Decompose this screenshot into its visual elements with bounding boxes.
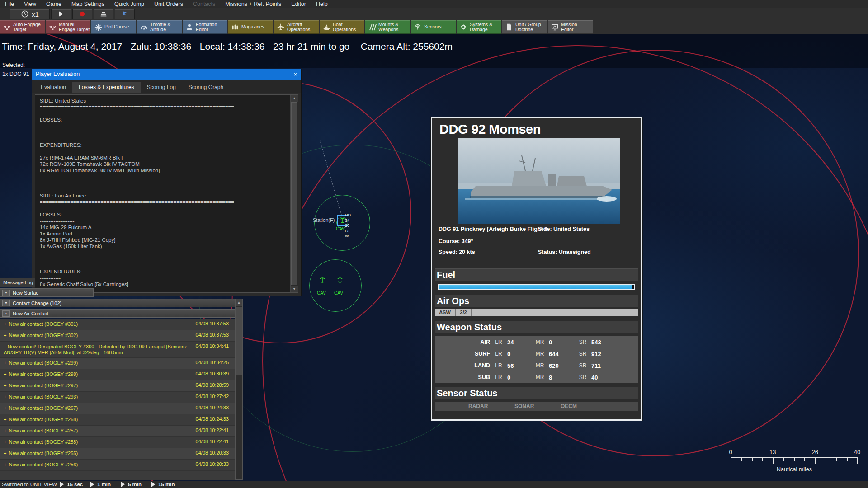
- expand-icon[interactable]: ▼: [2, 300, 10, 306]
- map-unit[interactable]: [319, 277, 326, 286]
- toolbar-systems-damage[interactable]: Systems &Damage: [457, 20, 501, 34]
- log-entry[interactable]: +New air contact (BOGEY #297)04/08 10:28…: [0, 380, 235, 392]
- entry-toggle-icon[interactable]: +: [4, 450, 6, 456]
- toolbar-throttle-altitude[interactable]: Throttle &Altitude: [137, 20, 182, 34]
- sr-value: 40: [591, 374, 617, 381]
- clock-button[interactable]: x1: [10, 9, 50, 19]
- toolbar-magazines[interactable]: Magazines: [228, 20, 273, 34]
- scrollbar-thumb[interactable]: [291, 102, 297, 285]
- log-entry-text: New air contact (BOGEY #301): [9, 321, 78, 327]
- col-label: MR: [531, 339, 549, 345]
- log-entry[interactable]: +New air contact (BOGEY #267)04/08 10:24…: [0, 403, 235, 414]
- menu-missions-ref-points[interactable]: Missions + Ref. Points: [220, 0, 286, 8]
- time-step-5-min[interactable]: 5 min: [121, 482, 142, 487]
- window-title[interactable]: Player Evaluation: [32, 69, 301, 80]
- toolbar-formation-editor[interactable]: FormationEditor: [183, 20, 227, 34]
- sensor-oecm[interactable]: OECM: [561, 403, 577, 409]
- unit-name-class: DDG 91 Pinckney [Arleigh Burke Flight II: [439, 226, 547, 232]
- unit-status: Status: Unassigned: [538, 249, 591, 255]
- sensor-status-section-header: Sensor Status: [435, 387, 638, 399]
- menu-map-settings[interactable]: Map Settings: [66, 0, 109, 8]
- entry-toggle-icon[interactable]: +: [4, 439, 6, 445]
- time-compression-value: x1: [32, 10, 39, 18]
- col-label: SR: [574, 362, 591, 369]
- toolbar-plot-course[interactable]: Plot Course: [91, 20, 136, 34]
- entry-toggle-icon[interactable]: +: [4, 360, 6, 366]
- log-entry[interactable]: +New air contact (BOGEY #256)04/08 10:20…: [0, 460, 235, 471]
- entry-toggle-icon[interactable]: +: [4, 428, 6, 433]
- log-entry-text: New air contact (BOGEY #257): [9, 428, 78, 433]
- scrollbar[interactable]: ▲ ▼: [290, 95, 298, 292]
- tab-losses-expenditures[interactable]: Losses & Expenditures: [72, 82, 141, 93]
- sensor-radar[interactable]: RADAR: [468, 403, 488, 409]
- entry-toggle-icon[interactable]: +: [4, 462, 6, 467]
- weapon-category: AIR: [435, 339, 490, 345]
- menu-game[interactable]: Game: [41, 0, 66, 8]
- toolbar-button-label: MissionEditor: [561, 22, 577, 33]
- toolbar-manual-engage-target[interactable]: ManualEngage Target: [46, 20, 90, 34]
- flag-button[interactable]: [115, 9, 135, 19]
- toolbar-mission-editor[interactable]: MissionEditor: [548, 20, 593, 34]
- tab-scoring-graph[interactable]: Scoring Graph: [182, 82, 230, 93]
- log-entry[interactable]: +New air contact (BOGEY #268)04/08 10:24…: [0, 414, 235, 426]
- entry-toggle-icon[interactable]: +: [4, 371, 6, 377]
- unit-label: CAV: [334, 291, 343, 296]
- toolbar-button-label: Throttle &Altitude: [150, 22, 171, 33]
- sensor-sonar[interactable]: SONAR: [514, 403, 534, 409]
- log-entry[interactable]: +New air contact (BOGEY #299)04/08 10:34…: [0, 358, 235, 369]
- log-entry[interactable]: +New air contact (BOGEY #302)04/08 10:37…: [0, 330, 235, 342]
- time-step-1-min[interactable]: 1 min: [90, 482, 111, 487]
- entry-toggle-icon[interactable]: +: [4, 417, 6, 422]
- tab-evaluation[interactable]: Evaluation: [34, 82, 72, 93]
- message-log-scrollbar[interactable]: ▲: [235, 299, 243, 480]
- log-entry[interactable]: +New air contact (BOGEY #293)04/08 10:27…: [0, 392, 235, 403]
- entry-toggle-icon[interactable]: +: [4, 383, 6, 388]
- time-step-15-min[interactable]: 15 min: [151, 482, 175, 487]
- menu-file[interactable]: File: [0, 0, 19, 8]
- log-entry[interactable]: +New air contact (BOGEY #258)04/08 10:22…: [0, 437, 235, 448]
- air-ops-cell[interactable]: ASW: [435, 309, 456, 316]
- log-entry[interactable]: +New air contact (BOGEY #255)04/08 10:20…: [0, 448, 235, 460]
- scrollbar-thumb[interactable]: [236, 307, 242, 375]
- log-group-new-surfac[interactable]: ▼New Surfac: [0, 288, 94, 297]
- menu-editor[interactable]: Editor: [286, 0, 311, 8]
- toolbar-boat-operations[interactable]: BoatOperations: [320, 20, 364, 34]
- toolbar-auto-engage-target[interactable]: Auto EngageTarget: [0, 20, 45, 34]
- log-entry-time: 04/08 10:22:41: [196, 427, 229, 433]
- toolbar-unit-group-doctrine[interactable]: Unit / GroupDoctrine: [502, 20, 547, 34]
- entry-toggle-icon[interactable]: +: [4, 333, 6, 338]
- log-group-new-air-contact[interactable]: ▲New Air Contact: [0, 309, 235, 318]
- entry-toggle-icon[interactable]: +: [4, 321, 6, 327]
- menu-quick-jump[interactable]: Quick Jump: [109, 0, 149, 8]
- log-entry-time: 04/08 10:20:33: [196, 461, 229, 467]
- expand-icon[interactable]: ▼: [2, 290, 10, 296]
- log-entry[interactable]: +New air contact (BOGEY #257)04/08 10:22…: [0, 426, 235, 437]
- scroll-up-icon[interactable]: ▲: [291, 95, 298, 102]
- log-entry[interactable]: +New air contact (BOGEY #301)04/08 10:37…: [0, 319, 235, 330]
- play-button[interactable]: [51, 9, 71, 19]
- record-button[interactable]: [72, 9, 92, 19]
- tab-scoring-log[interactable]: Scoring Log: [141, 82, 182, 93]
- log-group-contact-change-102[interactable]: ▼Contact Change (102): [0, 299, 235, 307]
- entry-toggle-icon[interactable]: +: [4, 394, 6, 399]
- entry-toggle-icon[interactable]: -: [4, 344, 5, 349]
- menu-view[interactable]: View: [19, 0, 41, 8]
- message-log-tab[interactable]: Message Log: [0, 278, 35, 287]
- toolbar-mounts-weapons[interactable]: Mounts &Weapons: [365, 20, 410, 34]
- map-unit[interactable]: [336, 277, 344, 286]
- log-entry[interactable]: -New contact! Designated BOGEY #300 - De…: [0, 342, 235, 358]
- time-step-15-sec[interactable]: 15 sec: [60, 482, 83, 487]
- menu-unit-orders[interactable]: Unit Orders: [149, 0, 188, 8]
- log-group-label: New Air Contact: [13, 310, 48, 317]
- air-ops-cell[interactable]: 2/2: [456, 309, 472, 316]
- scroll-down-icon[interactable]: ▼: [291, 286, 298, 292]
- log-entry[interactable]: +New air contact (BOGEY #298)04/08 10:30…: [0, 369, 235, 380]
- printer-button[interactable]: [94, 9, 113, 19]
- close-icon[interactable]: ×: [292, 70, 299, 78]
- collapse-icon[interactable]: ▲: [2, 310, 10, 317]
- toolbar-aircraft-operations[interactable]: AircraftOperations: [274, 20, 319, 34]
- menu-help[interactable]: Help: [311, 0, 333, 8]
- entry-toggle-icon[interactable]: +: [4, 405, 6, 411]
- scroll-up-icon[interactable]: ▲: [236, 299, 242, 306]
- toolbar-sensors[interactable]: Sensors: [411, 20, 456, 34]
